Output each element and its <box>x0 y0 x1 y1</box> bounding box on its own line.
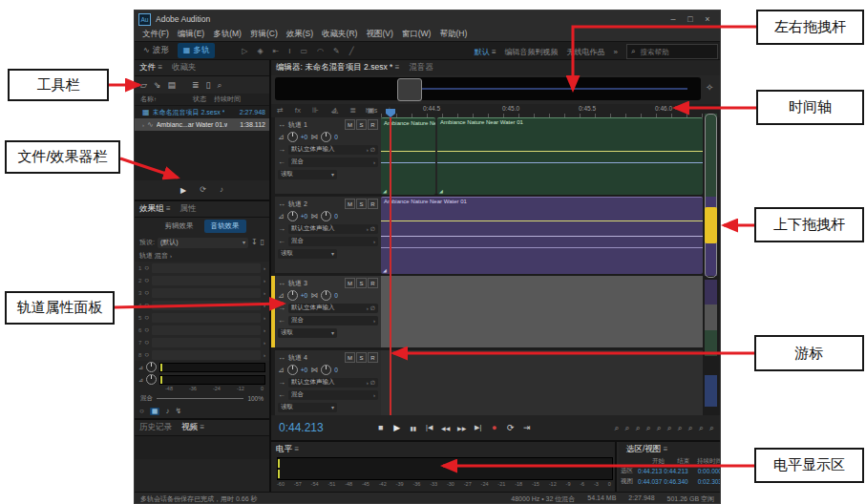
horizontal-zoom-navigator[interactable] <box>275 77 701 100</box>
preview-loop-icon[interactable]: ⟳ <box>200 186 206 194</box>
effect-slot[interactable]: 2○› <box>135 274 269 286</box>
mute-button[interactable]: M <box>345 119 355 130</box>
volume-knob[interactable] <box>287 290 298 301</box>
rack-grid-icon[interactable]: ▦ <box>150 408 160 415</box>
pan-knob[interactable] <box>321 132 331 142</box>
pause-button[interactable]: ▮▮ <box>406 425 421 431</box>
save-preset-icon[interactable]: ↧ <box>251 239 258 246</box>
solo-button[interactable]: S <box>356 199 367 209</box>
fast-forward-button[interactable]: ▶▶ <box>454 425 470 431</box>
power-icon[interactable]: ○ <box>144 264 149 272</box>
track1-header[interactable]: ↔轨道 1 MSR ⊿+0 ⋈0 → 默认立体声输入›∅ ← 混合› 读取▾ <box>275 117 381 194</box>
snap-tool-icon[interactable]: ≣ <box>346 106 360 115</box>
search-input[interactable] <box>638 47 708 57</box>
mute-button[interactable]: M <box>345 352 355 363</box>
track-tool-icon[interactable]: ⊪ <box>308 106 323 115</box>
workspace-default[interactable]: 默认 ≡ <box>475 47 496 57</box>
playhead-cursor[interactable] <box>390 117 391 415</box>
menu-item[interactable]: 编辑(E) <box>174 29 208 40</box>
edit-tool-icon[interactable]: ⇤ <box>269 47 284 55</box>
track-collapse-icon[interactable]: ↔ <box>278 121 285 129</box>
preview-play-icon[interactable]: ▶ <box>180 186 186 195</box>
zoom-icon[interactable]: ⌕ <box>688 423 693 433</box>
waveform-view-button[interactable]: ∿ 波形 <box>137 43 175 58</box>
automation-mode-select[interactable]: 读取▾ <box>278 249 337 259</box>
input-select[interactable]: 默认立体声输入›∅ <box>288 378 378 388</box>
navigator-drag-handle[interactable] <box>397 78 422 101</box>
tab-favorites[interactable]: 收藏夹 <box>172 62 197 74</box>
skip-selection-button[interactable]: ⇥ <box>519 423 535 432</box>
clip-effects-button[interactable]: 剪辑效果 <box>158 220 201 233</box>
selection-start[interactable]: 0:44.213 <box>636 468 662 474</box>
zoom-icon[interactable]: ⌕ <box>667 423 672 433</box>
preset-select[interactable]: (默认) ▾ <box>158 238 248 248</box>
track-tool-icon[interactable]: fx <box>291 106 305 115</box>
file-row-session[interactable]: ▦ 未命名混音项目 2.sesx * 2:27.948 <box>135 106 269 118</box>
track2-header[interactable]: ↔轨道 2 MSR ⊿+0 ⋈0 → 默认立体声输入›∅ ← 混合› 读取▾ <box>275 197 381 273</box>
automation-mode-select[interactable]: 读取▾ <box>278 403 337 412</box>
expand-chevron-icon[interactable]: › <box>142 122 144 128</box>
automation-mode-select[interactable]: 读取▾ <box>278 170 337 179</box>
rack-monitor-icon[interactable]: ♪ <box>165 408 169 415</box>
selection-end[interactable]: 0:44.213 <box>662 468 687 474</box>
edit-tool-icon[interactable]: ▷ <box>238 47 251 55</box>
fade-icon[interactable]: ◢ <box>383 188 387 194</box>
power-icon[interactable]: ○ <box>144 289 149 297</box>
record-arm-button[interactable]: R <box>368 199 378 209</box>
effect-slot[interactable]: 7○› <box>135 336 269 348</box>
effect-slot[interactable]: 4○› <box>135 299 269 311</box>
vertical-drag-handle[interactable] <box>705 207 717 243</box>
tab-properties[interactable]: 属性 <box>180 203 197 215</box>
effect-slot[interactable]: 3○› <box>135 286 269 299</box>
effect-slot[interactable]: 8○› <box>135 348 269 361</box>
loop-playback-button[interactable]: ⟳ <box>503 423 518 432</box>
file-row-wav[interactable]: › ∿ Ambianc...ar Water 01.wav 1:38.112 <box>135 118 269 131</box>
power-icon[interactable]: ○ <box>144 314 149 322</box>
envelope-line[interactable] <box>381 247 703 248</box>
audio-clip[interactable]: Ambiance Nature Near Water 01 ◢ <box>437 117 703 195</box>
menu-item[interactable]: 剪辑(C) <box>246 29 282 40</box>
power-icon[interactable]: ○ <box>144 277 149 284</box>
power-icon[interactable]: ○ <box>144 302 149 309</box>
track3-lane[interactable] <box>381 276 703 347</box>
rack-process-icon[interactable]: ↯ <box>175 408 181 415</box>
menu-item[interactable]: 收藏夹(R) <box>318 29 361 40</box>
automation-mode-select[interactable]: 读取▾ <box>278 328 337 338</box>
tab-editor[interactable]: 编辑器: 未命名混音项目 2.sesx * ≡ <box>276 62 399 74</box>
input-gain-knob[interactable] <box>146 362 157 372</box>
fade-icon[interactable]: ◢ <box>439 188 443 194</box>
zoom-icon[interactable]: ⌕ <box>615 423 620 433</box>
track-tool-icon[interactable]: ⇄ <box>273 106 287 115</box>
rack-power-icon[interactable]: ○ <box>139 408 144 415</box>
menu-item[interactable]: 帮助(H) <box>435 29 471 40</box>
track-effects-button[interactable]: 音轨效果 <box>204 220 246 233</box>
delete-preset-icon[interactable]: ▯ <box>261 239 264 246</box>
output-select[interactable]: 混合› <box>288 390 378 400</box>
delete-icon[interactable]: ▯ <box>206 80 211 90</box>
record-button[interactable]: ● <box>487 423 502 432</box>
effect-slot[interactable]: 6○› <box>135 324 269 336</box>
tab-files[interactable]: 文件 ≡ <box>139 62 162 74</box>
pan-envelope[interactable] <box>437 162 703 163</box>
menu-item[interactable]: 文件(F) <box>138 29 173 40</box>
open-folder-icon[interactable]: ▱ <box>140 80 147 90</box>
mix-slider[interactable] <box>157 398 243 399</box>
edit-tool-icon[interactable]: ◈ <box>253 47 266 55</box>
go-to-start-button[interactable]: |◀ <box>422 424 437 431</box>
zoom-icon[interactable]: ⌕ <box>646 423 651 433</box>
tab-selection-view[interactable]: 选区/视图 ≡ <box>626 444 667 455</box>
tab-effects-rack[interactable]: 效果组 ≡ <box>139 203 171 215</box>
solo-button[interactable]: S <box>356 352 367 363</box>
minimize-button[interactable]: – <box>665 14 682 24</box>
play-button[interactable]: ▶ <box>390 423 405 432</box>
pan-knob[interactable] <box>321 290 331 301</box>
input-select[interactable]: 默认立体声输入›∅ <box>288 224 378 234</box>
track-collapse-icon[interactable]: ↔ <box>278 354 285 362</box>
edit-tool-icon[interactable]: I <box>285 47 294 55</box>
zoom-icon[interactable]: ⌕ <box>625 423 630 433</box>
tab-video[interactable]: 视频 ≡ <box>181 422 204 433</box>
workspace-radio[interactable]: 无线电作品 <box>567 47 605 57</box>
zoom-icon[interactable]: ⌕ <box>636 423 641 433</box>
new-file-icon[interactable]: ▤ <box>167 80 176 90</box>
track-collapse-icon[interactable]: ↔ <box>278 200 285 208</box>
